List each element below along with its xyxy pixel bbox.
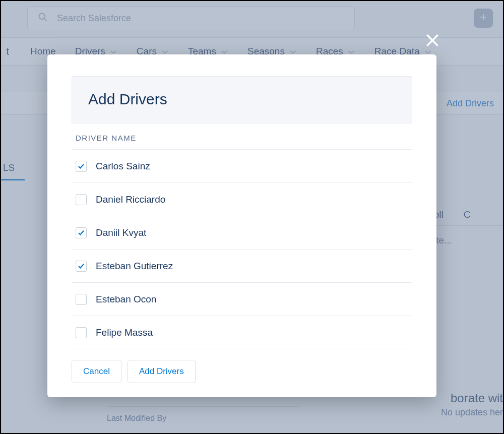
driver-checkbox[interactable] <box>76 261 87 272</box>
driver-checkbox[interactable] <box>76 227 87 238</box>
driver-row[interactable]: Esteban Gutierrez <box>72 250 412 283</box>
driver-name-label: Daniel Ricciardo <box>96 194 165 205</box>
close-icon <box>424 32 440 50</box>
driver-row[interactable]: Esteban Ocon <box>72 283 412 316</box>
cancel-button[interactable]: Cancel <box>72 360 121 383</box>
driver-name-label: Esteban Ocon <box>96 294 156 305</box>
driver-checkbox[interactable] <box>76 327 87 338</box>
modal-title: Add Drivers <box>72 76 412 123</box>
driver-checkbox[interactable] <box>76 294 87 305</box>
driver-checkbox[interactable] <box>76 194 87 205</box>
modal-footer: Cancel Add Drivers <box>47 354 436 397</box>
driver-row[interactable]: Daniel Ricciardo <box>72 183 412 216</box>
driver-row[interactable]: Carlos Sainz <box>72 150 412 183</box>
driver-row[interactable]: Felipe Massa <box>72 316 412 349</box>
modal-header: Add Drivers <box>47 54 436 123</box>
driver-checkbox[interactable] <box>76 161 87 172</box>
column-header-driver-name: DRIVER NAME <box>72 123 412 150</box>
add-drivers-modal: Add Drivers DRIVER NAME Carlos SainzDani… <box>47 54 436 397</box>
driver-row[interactable]: Daniil Kvyat <box>72 216 412 250</box>
driver-name-label: Carlos Sainz <box>96 161 150 172</box>
driver-name-label: Esteban Gutierrez <box>96 261 173 272</box>
modal-body: DRIVER NAME Carlos SainzDaniel Ricciardo… <box>72 123 412 354</box>
close-modal-button[interactable] <box>422 31 443 51</box>
driver-name-label: Daniil Kvyat <box>96 227 146 238</box>
driver-name-label: Felipe Massa <box>96 327 153 338</box>
add-drivers-button[interactable]: Add Drivers <box>128 360 196 383</box>
